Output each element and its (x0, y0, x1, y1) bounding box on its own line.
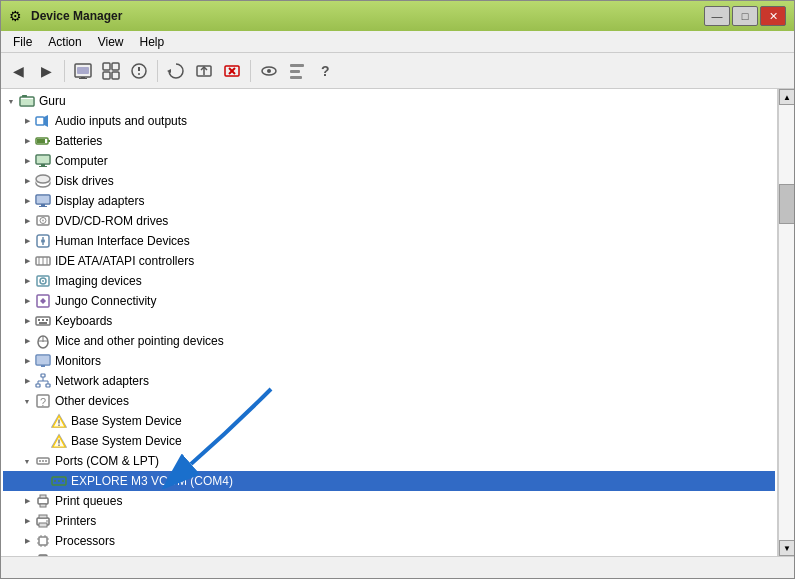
expander-6[interactable] (19, 233, 35, 249)
svg-rect-29 (48, 140, 50, 142)
minimize-button[interactable]: — (704, 6, 730, 26)
tree-root-item[interactable]: Guru (3, 91, 775, 111)
show-hidden-button[interactable] (256, 58, 282, 84)
expander-5[interactable] (19, 213, 35, 229)
tree-item-20[interactable]: Printers (3, 511, 775, 531)
svg-rect-99 (38, 498, 48, 504)
item-label-6: Human Interface Devices (55, 234, 190, 248)
svg-rect-60 (46, 319, 48, 321)
tree-item-12[interactable]: Monitors (3, 351, 775, 371)
scroll-up-button[interactable]: ▲ (779, 89, 794, 105)
tree-item-15[interactable]: Base System Device (3, 411, 775, 431)
svg-rect-7 (112, 72, 119, 79)
item-label-9: Jungo Connectivity (55, 294, 156, 308)
resources-button[interactable] (126, 58, 152, 84)
svg-rect-24 (22, 95, 27, 97)
device-tree[interactable]: Guru Audio inputs and outputsBatteriesCo… (1, 89, 778, 556)
expander-9[interactable] (19, 293, 35, 309)
expander-3[interactable] (19, 173, 35, 189)
svg-point-92 (39, 460, 41, 462)
expander-19[interactable] (19, 493, 35, 509)
title-bar-left: ⚙ Device Manager (9, 8, 122, 24)
tree-item-5[interactable]: DVD/CD-ROM drives (3, 211, 775, 231)
expander-0[interactable] (19, 113, 35, 129)
expander-16[interactable] (35, 433, 51, 449)
expander-12[interactable] (19, 353, 35, 369)
menu-help[interactable]: Help (132, 33, 173, 51)
scrollbar[interactable]: ▲ ▼ (778, 89, 794, 556)
title-bar: ⚙ Device Manager — □ ✕ (1, 1, 794, 31)
tree-item-9[interactable]: Jungo Connectivity (3, 291, 775, 311)
expander-15[interactable] (35, 413, 51, 429)
expander-22[interactable] (19, 553, 35, 556)
tree-item-2[interactable]: Computer (3, 151, 775, 171)
tree-item-3[interactable]: Disk drives (3, 171, 775, 191)
expander-2[interactable] (19, 153, 35, 169)
mouse-icon-11 (35, 333, 51, 349)
svg-rect-25 (21, 99, 33, 105)
root-label: Guru (39, 94, 66, 108)
uninstall-button[interactable] (219, 58, 245, 84)
root-expander[interactable] (3, 93, 19, 109)
scroll-thumb[interactable] (779, 184, 794, 224)
svg-rect-100 (40, 495, 46, 498)
expander-13[interactable] (19, 373, 35, 389)
tree-item-10[interactable]: Keyboards (3, 311, 775, 331)
tree-item-19[interactable]: Print queues (3, 491, 775, 511)
menu-bar: File Action View Help (1, 31, 794, 53)
tree-item-7[interactable]: IDE ATA/ATAPI controllers (3, 251, 775, 271)
tree-item-16[interactable]: Base System Device (3, 431, 775, 451)
display-icon-4 (35, 193, 51, 209)
warning-icon-16 (51, 433, 67, 449)
svg-point-94 (45, 460, 47, 462)
svg-point-44 (42, 220, 44, 222)
show-devices-button[interactable] (70, 58, 96, 84)
scroll-down-button[interactable]: ▼ (779, 540, 794, 556)
svg-marker-27 (44, 115, 48, 127)
svg-rect-3 (79, 78, 87, 79)
expander-20[interactable] (19, 513, 35, 529)
expander-11[interactable] (19, 333, 35, 349)
disk-icon-3 (35, 173, 51, 189)
tree-item-21[interactable]: Processors (3, 531, 775, 551)
item-label-8: Imaging devices (55, 274, 142, 288)
tree-item-0[interactable]: Audio inputs and outputs (3, 111, 775, 131)
forward-button[interactable]: ▶ (33, 58, 59, 84)
maximize-button[interactable]: □ (732, 6, 758, 26)
item-label-18: EXPLORE M3 VCOM (COM4) (71, 474, 233, 488)
tree-item-14[interactable]: ?Other devices (3, 391, 775, 411)
tree-item-1[interactable]: Batteries (3, 131, 775, 151)
expander-14[interactable] (19, 393, 35, 409)
menu-file[interactable]: File (5, 33, 40, 51)
tree-item-8[interactable]: Imaging devices (3, 271, 775, 291)
tree-item-17[interactable]: Ports (COM & LPT) (3, 451, 775, 471)
expander-7[interactable] (19, 253, 35, 269)
expander-10[interactable] (19, 313, 35, 329)
expander-4[interactable] (19, 193, 35, 209)
menu-view[interactable]: View (90, 33, 132, 51)
tree-item-4[interactable]: Display adapters (3, 191, 775, 211)
app-icon: ⚙ (9, 8, 25, 24)
expander-17[interactable] (19, 453, 35, 469)
svg-rect-26 (36, 117, 44, 125)
update-driver-button[interactable] (191, 58, 217, 84)
tree-item-22[interactable]: SD host adapters (3, 551, 775, 556)
tree-item-11[interactable]: Mice and other pointing devices (3, 331, 775, 351)
back-button[interactable]: ◀ (5, 58, 31, 84)
resources-by-type-button[interactable] (284, 58, 310, 84)
expander-8[interactable] (19, 273, 35, 289)
expander-1[interactable] (19, 133, 35, 149)
expander-21[interactable] (19, 533, 35, 549)
help-button[interactable]: ? (312, 58, 338, 84)
tree-item-18[interactable]: EXPLORE M3 VCOM (COM4) (3, 471, 775, 491)
devices-by-type-button[interactable] (98, 58, 124, 84)
ports-icon-17 (35, 453, 51, 469)
expander-18[interactable] (35, 473, 51, 489)
tree-item-6[interactable]: Human Interface Devices (3, 231, 775, 251)
item-label-5: DVD/CD-ROM drives (55, 214, 168, 228)
close-button[interactable]: ✕ (760, 6, 786, 26)
tree-item-13[interactable]: Network adapters (3, 371, 775, 391)
menu-action[interactable]: Action (40, 33, 89, 51)
item-label-2: Computer (55, 154, 108, 168)
scan-hardware-button[interactable] (163, 58, 189, 84)
